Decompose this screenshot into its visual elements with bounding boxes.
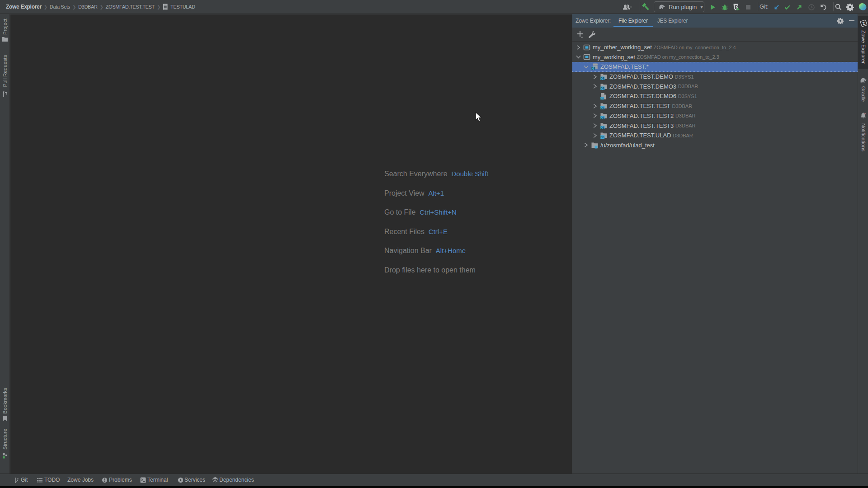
svg-text:DS: DS (600, 136, 605, 139)
svg-text:DS: DS (600, 97, 604, 99)
svg-text:DS: DS (591, 67, 596, 70)
svg-text:DS: DS (600, 77, 605, 80)
svg-text:DS: DS (600, 106, 605, 109)
svg-text:DS: DS (600, 86, 605, 89)
svg-text:DS: DS (600, 126, 605, 129)
svg-text:DS: DS (600, 116, 605, 119)
